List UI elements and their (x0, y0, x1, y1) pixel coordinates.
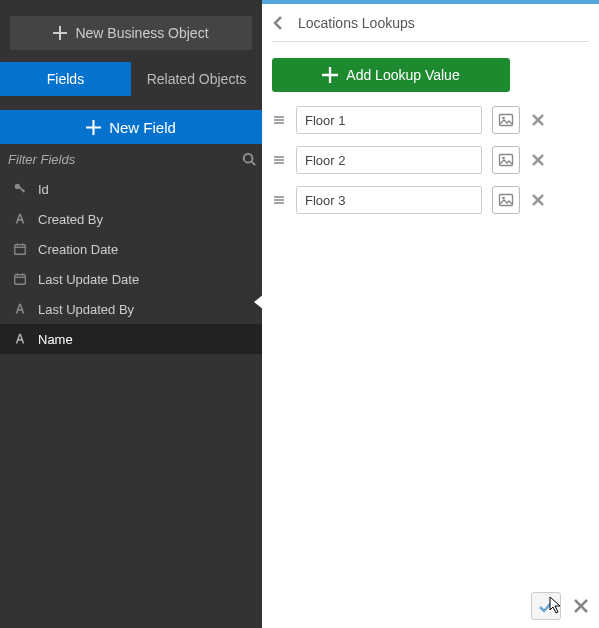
field-item-label: Last Updated By (38, 302, 134, 317)
text-icon (12, 331, 28, 347)
field-list: IdCreated ByCreation DateLast Update Dat… (0, 174, 262, 354)
plus-icon (322, 67, 338, 83)
field-item-label: Creation Date (38, 242, 118, 257)
svg-rect-9 (15, 275, 26, 285)
svg-rect-16 (500, 115, 513, 126)
lookup-value-input[interactable] (296, 186, 482, 214)
search-icon (242, 152, 256, 166)
right-panel: Locations Lookups Add Lookup Value (262, 0, 599, 628)
svg-rect-23 (500, 155, 513, 166)
right-panel-title: Locations Lookups (298, 15, 415, 31)
drag-handle-icon[interactable] (272, 193, 286, 207)
tab-related-objects[interactable]: Related Objects (131, 62, 262, 96)
image-picker-button[interactable] (492, 146, 520, 174)
back-chevron-icon[interactable] (272, 15, 284, 31)
new-business-object-button[interactable]: New Business Object (10, 16, 252, 50)
text-icon (12, 301, 28, 317)
lookup-row (272, 106, 589, 134)
lookup-row (272, 186, 589, 214)
svg-point-31 (502, 197, 505, 200)
right-panel-footer (531, 592, 589, 620)
image-picker-button[interactable] (492, 186, 520, 214)
filter-fields-wrap (0, 144, 262, 174)
svg-point-0 (244, 153, 253, 162)
remove-lookup-button[interactable] (530, 152, 546, 168)
field-item[interactable]: Creation Date (0, 234, 262, 264)
svg-point-17 (502, 117, 505, 120)
plus-icon (53, 26, 67, 40)
date-icon (12, 241, 28, 257)
lookup-rows (262, 106, 599, 214)
lookup-row (272, 146, 589, 174)
field-item-label: Id (38, 182, 49, 197)
field-item[interactable]: Last Updated By (0, 294, 262, 324)
right-panel-header: Locations Lookups (272, 4, 589, 42)
lookup-value-input[interactable] (296, 106, 482, 134)
field-item[interactable]: Name (0, 324, 262, 354)
svg-rect-5 (15, 245, 26, 255)
add-lookup-value-label: Add Lookup Value (346, 67, 459, 83)
add-lookup-value-button[interactable]: Add Lookup Value (272, 58, 510, 92)
date-icon (12, 271, 28, 287)
left-panel: New Business Object Fields Related Objec… (0, 0, 262, 628)
field-item-label: Created By (38, 212, 103, 227)
tab-fields[interactable]: Fields (0, 62, 131, 96)
plus-icon (86, 120, 101, 135)
cancel-button[interactable] (573, 598, 589, 614)
field-item[interactable]: Last Update Date (0, 264, 262, 294)
svg-line-1 (252, 161, 256, 165)
new-business-object-label: New Business Object (75, 25, 208, 41)
drag-handle-icon[interactable] (272, 153, 286, 167)
key-icon (12, 181, 28, 197)
svg-rect-30 (500, 195, 513, 206)
left-tabs: Fields Related Objects (0, 62, 262, 96)
image-picker-button[interactable] (492, 106, 520, 134)
drag-handle-icon[interactable] (272, 113, 286, 127)
filter-fields-input[interactable] (0, 144, 262, 174)
field-item[interactable]: Created By (0, 204, 262, 234)
lookup-value-input[interactable] (296, 146, 482, 174)
remove-lookup-button[interactable] (530, 112, 546, 128)
remove-lookup-button[interactable] (530, 192, 546, 208)
text-icon (12, 211, 28, 227)
svg-point-24 (502, 157, 505, 160)
confirm-button[interactable] (531, 592, 561, 620)
new-field-label: New Field (109, 119, 176, 136)
field-item-label: Name (38, 332, 73, 347)
field-item[interactable]: Id (0, 174, 262, 204)
new-field-button[interactable]: New Field (0, 110, 262, 144)
field-item-label: Last Update Date (38, 272, 139, 287)
